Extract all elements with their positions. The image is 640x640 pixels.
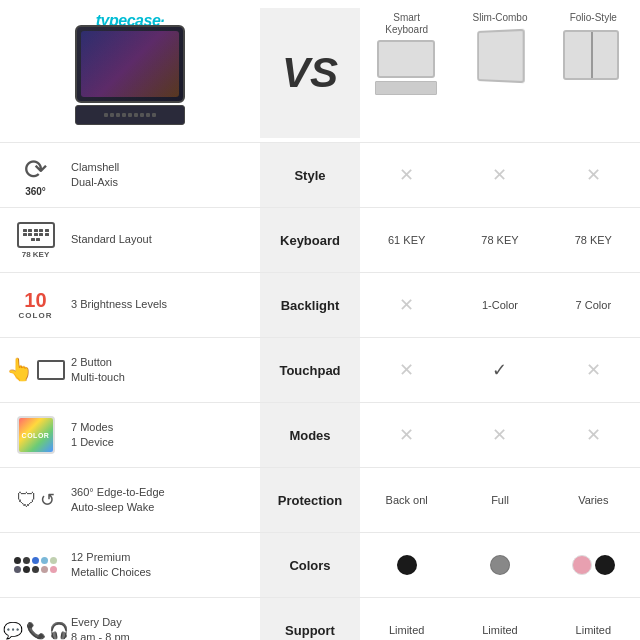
style-label: ClamshellDual-Axis [71,160,252,191]
smart-keyboard-image [372,40,442,95]
touchpad-values: ✕ ✓ ✕ [360,338,640,402]
logo-area: typecase· [0,8,260,120]
colors-values [360,533,640,597]
page: typecase· VS S [0,0,640,640]
row-support-left: 💬 📞 🎧 Every Day8 am - 8 pm [0,598,260,640]
modes-smart: ✕ [360,403,453,467]
keyboard-folio: 78 KEY [547,208,640,272]
comparison-table: ⟳ 360° ClamshellDual-Axis Style ✕ ✕ ✕ [0,142,640,640]
product-smart-keyboard: SmartKeyboard [360,8,453,99]
row-keyboard-left: 78 KEY Standard Layout [0,208,260,272]
support-values: Limited Limited Limited [360,598,640,640]
protection-icon: 🛡 ↺ [8,489,63,512]
support-label: Every Day8 am - 8 pm [71,615,252,640]
product-slim-combo: Slim-Combo [453,8,546,99]
modes-icon: COLOR [8,416,63,454]
product-folio-style: Folio-Style [547,8,640,99]
touchpad-slim: ✓ [453,338,546,402]
modes-label: 7 Modes1 Device [71,420,252,451]
backlight-category: Backlight [260,273,360,337]
touchpad-label: 2 ButtonMulti-touch [71,355,252,386]
row-colors: 12 PremiumMetallic Choices Colors [0,532,640,597]
row-touchpad: 👆 2 ButtonMulti-touch Touchpad ✕ ✓ ✕ [0,337,640,402]
backlight-smart: ✕ [360,273,453,337]
header: typecase· VS S [0,0,640,142]
protection-values: Back onl Full Varies [360,468,640,532]
keyboard-slim: 78 KEY [453,208,546,272]
backlight-folio: 7 Color [547,273,640,337]
style-folio: ✕ [547,143,640,207]
row-touchpad-left: 👆 2 ButtonMulti-touch [0,338,260,402]
product-columns: SmartKeyboard Slim-Combo [360,8,640,99]
vs-column: VS [260,8,360,138]
row-colors-left: 12 PremiumMetallic Choices [0,533,260,597]
style-icon: ⟳ 360° [8,153,63,197]
row-keyboard: 78 KEY Standard Layout Keyboard 61 KEY 7… [0,207,640,272]
colors-category: Colors [260,533,360,597]
backlight-slim: 1-Color [453,273,546,337]
protection-smart: Back onl [360,468,453,532]
hero-tablet [75,25,185,103]
modes-category: Modes [260,403,360,467]
colors-icon [8,557,63,573]
row-style-left: ⟳ 360° ClamshellDual-Axis [0,143,260,207]
slim-combo-image [465,28,535,83]
touchpad-icon: 👆 [8,357,63,383]
modes-values: ✕ ✕ ✕ [360,403,640,467]
support-folio: Limited [547,598,640,640]
keyboard-label: Standard Layout [71,232,252,247]
backlight-values: ✕ 1-Color 7 Color [360,273,640,337]
protection-folio: Varies [547,468,640,532]
row-protection-left: 🛡 ↺ 360° Edge-to-EdgeAuto-sleep Wake [0,468,260,532]
hero-device-image [70,30,190,120]
touchpad-smart: ✕ [360,338,453,402]
style-smart: ✕ [360,143,453,207]
style-category: Style [260,143,360,207]
support-icon: 💬 📞 🎧 [8,621,63,640]
backlight-icon: 10 COLOR [8,290,63,320]
protection-slim: Full [453,468,546,532]
keyboard-category: Keyboard [260,208,360,272]
hero-keyboard [75,105,185,125]
modes-slim: ✕ [453,403,546,467]
support-category: Support [260,598,360,640]
row-modes: COLOR 7 Modes1 Device Modes ✕ ✕ ✕ [0,402,640,467]
touchpad-category: Touchpad [260,338,360,402]
folio-style-image [558,28,628,83]
keyboard-values: 61 KEY 78 KEY 78 KEY [360,208,640,272]
colors-folio [547,533,640,597]
support-slim: Limited [453,598,546,640]
keyboard-smart: 61 KEY [360,208,453,272]
row-protection: 🛡 ↺ 360° Edge-to-EdgeAuto-sleep Wake Pro… [0,467,640,532]
slim-combo-label: Slim-Combo [472,12,527,24]
row-backlight-left: 10 COLOR 3 Brightness Levels [0,273,260,337]
style-values: ✕ ✕ ✕ [360,143,640,207]
keyboard-icon: 78 KEY [8,222,63,259]
row-support: 💬 📞 🎧 Every Day8 am - 8 pm Support Limit… [0,597,640,640]
protection-category: Protection [260,468,360,532]
smart-keyboard-label: SmartKeyboard [385,12,428,36]
support-smart: Limited [360,598,453,640]
row-backlight: 10 COLOR 3 Brightness Levels Backlight ✕… [0,272,640,337]
style-slim: ✕ [453,143,546,207]
protection-label: 360° Edge-to-EdgeAuto-sleep Wake [71,485,252,516]
backlight-label: 3 Brightness Levels [71,297,252,312]
vs-label: VS [282,49,338,97]
row-style: ⟳ 360° ClamshellDual-Axis Style ✕ ✕ ✕ [0,142,640,207]
folio-style-label: Folio-Style [570,12,617,24]
touchpad-folio: ✕ [547,338,640,402]
row-modes-left: COLOR 7 Modes1 Device [0,403,260,467]
colors-label: 12 PremiumMetallic Choices [71,550,252,581]
colors-slim [453,533,546,597]
colors-smart [360,533,453,597]
modes-folio: ✕ [547,403,640,467]
